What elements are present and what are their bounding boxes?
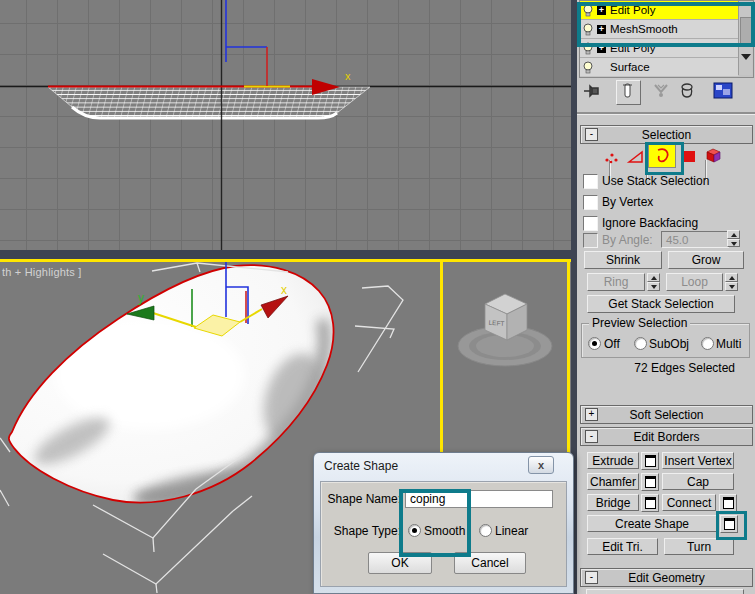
dialog-title: Create Shape <box>324 459 398 473</box>
rollout-edit-geometry-header[interactable]: - Edit Geometry <box>580 568 753 587</box>
bulb-on-icon[interactable] <box>582 61 594 74</box>
use-stack-selection-label: Use Stack Selection <box>602 174 709 188</box>
cap-button[interactable]: Cap <box>662 473 734 490</box>
collapse-icon[interactable]: - <box>585 571 598 584</box>
stack-item-surface[interactable]: Surface <box>580 58 738 76</box>
expand-icon[interactable]: + <box>597 6 606 15</box>
cancel-button[interactable]: Cancel <box>454 552 526 574</box>
get-stack-selection-button[interactable]: Get Stack Selection <box>587 295 735 313</box>
ring-spinner[interactable] <box>647 273 660 291</box>
preview-off-radio[interactable] <box>588 337 601 350</box>
turn-button[interactable]: Turn <box>664 538 734 555</box>
edit-tri-button[interactable]: Edit Tri. <box>587 538 658 555</box>
shrink-button[interactable]: Shrink <box>584 251 662 269</box>
shape-type-smooth-radio[interactable] <box>408 524 421 537</box>
bridge-button[interactable]: Bridge <box>587 494 639 511</box>
ignore-backfacing-checkbox[interactable] <box>583 216 598 231</box>
bulb-on-icon[interactable] <box>582 23 594 36</box>
axis-label-x: x <box>345 70 351 82</box>
shape-name-label: Shape Name: <box>327 492 401 506</box>
rollout-selection-header[interactable]: - Selection <box>580 125 753 144</box>
edge-mode-icon[interactable] <box>626 148 646 166</box>
expand-icon[interactable]: + <box>597 44 606 53</box>
connect-settings-button[interactable] <box>719 494 737 512</box>
transform-gizmo-top-view[interactable] <box>226 0 267 86</box>
subobject-icon-row <box>577 143 755 171</box>
stack-scrollbar[interactable] <box>738 1 752 75</box>
settings-dialog-icon <box>724 518 735 530</box>
settings-dialog-icon <box>645 455 656 467</box>
vertex-mode-icon[interactable] <box>602 148 622 166</box>
viewcube-face-label: LEFT <box>488 319 504 327</box>
shape-type-linear-radio[interactable] <box>479 524 492 537</box>
rollout-edit-borders-header[interactable]: - Edit Borders <box>580 427 753 446</box>
loop-button: Loop <box>666 273 723 291</box>
extrude-button[interactable]: Extrude <box>587 452 639 469</box>
by-angle-checkbox <box>583 233 598 248</box>
use-stack-selection-checkbox[interactable] <box>583 174 598 189</box>
stack-item-edit-poly-selected[interactable]: + Edit Poly <box>580 1 738 20</box>
create-shape-button[interactable]: Create Shape <box>587 515 717 532</box>
3dsmax-window: x <box>0 0 755 594</box>
grow-button[interactable]: Grow <box>668 251 744 269</box>
chamfer-button[interactable]: Chamfer <box>587 473 639 490</box>
extrude-settings-button[interactable] <box>641 452 659 470</box>
by-angle-field: 45.0 <box>661 231 729 248</box>
panel-separator <box>577 112 755 115</box>
stack-scrollbar-thumb[interactable] <box>740 17 753 45</box>
element-mode-icon[interactable] <box>704 146 724 166</box>
chamfer-settings-button[interactable] <box>641 473 659 491</box>
preview-subobj-radio[interactable] <box>634 337 647 350</box>
preview-subobj-label: SubObj <box>649 337 689 351</box>
preview-multi-label: Multi <box>716 337 741 351</box>
ring-button: Ring <box>587 273 645 291</box>
modifier-label: MeshSmooth <box>610 23 678 35</box>
modifier-label: Edit Poly <box>610 4 655 16</box>
preview-off-label: Off <box>604 337 620 351</box>
ok-button[interactable]: OK <box>368 552 432 574</box>
by-angle-spinner[interactable] <box>727 230 740 247</box>
bulb-on-icon[interactable] <box>582 42 594 55</box>
viewport-top[interactable]: x <box>0 0 571 250</box>
modifier-label: Surface <box>610 61 650 73</box>
connect-button[interactable]: Connect <box>662 494 716 511</box>
settings-dialog-icon <box>723 497 734 509</box>
dialog-close-button[interactable]: x <box>528 456 554 474</box>
show-end-result-button[interactable] <box>616 80 641 105</box>
make-unique-icon[interactable] <box>653 82 675 100</box>
configure-modifier-sets-icon[interactable] <box>713 81 735 101</box>
show-end-result-icon <box>617 81 638 102</box>
by-angle-label: By Angle: <box>602 233 653 247</box>
rollout-title: Edit Geometry <box>628 571 705 585</box>
edges-selected-status: 72 Edges Selected <box>577 361 735 375</box>
editable-poly-object[interactable] <box>9 265 335 510</box>
polygon-mode-icon[interactable] <box>682 149 698 165</box>
collapse-icon[interactable]: - <box>585 128 598 141</box>
preview-multi-radio[interactable] <box>701 337 714 350</box>
shape-name-input[interactable] <box>405 490 553 508</box>
loop-spinner[interactable] <box>725 273 738 291</box>
remove-modifier-icon[interactable] <box>678 81 698 101</box>
expand-icon[interactable]: + <box>597 25 606 34</box>
border-mode-button-active[interactable] <box>648 144 676 168</box>
pin-stack-icon[interactable] <box>583 82 603 100</box>
viewport-shading-label[interactable]: th + Highlights ] <box>2 266 82 278</box>
bridge-settings-button[interactable] <box>641 494 659 512</box>
stack-item-meshsmooth[interactable]: + MeshSmooth <box>580 20 738 39</box>
viewcube[interactable]: LEFT <box>458 294 552 366</box>
viewport-top-scene: x <box>0 0 571 250</box>
rollout-soft-selection-header[interactable]: + Soft Selection <box>580 405 753 424</box>
by-vertex-checkbox[interactable] <box>583 195 598 210</box>
viewport-divider[interactable] <box>0 250 577 259</box>
collapse-icon[interactable]: - <box>585 430 598 443</box>
create-shape-settings-button[interactable] <box>720 515 738 533</box>
stack-item-edit-poly[interactable]: + Edit Poly <box>580 39 738 58</box>
border-mode-icon <box>649 145 675 167</box>
expand-icon[interactable]: + <box>585 408 598 421</box>
insert-vertex-button[interactable]: Insert Vertex <box>662 452 734 469</box>
stack-toolbar <box>577 78 755 108</box>
bulb-on-icon[interactable] <box>582 4 594 17</box>
cutoff-button <box>586 589 744 594</box>
stack-scroll-down-icon[interactable] <box>741 54 751 60</box>
gizmo-label-y: y <box>138 291 144 305</box>
